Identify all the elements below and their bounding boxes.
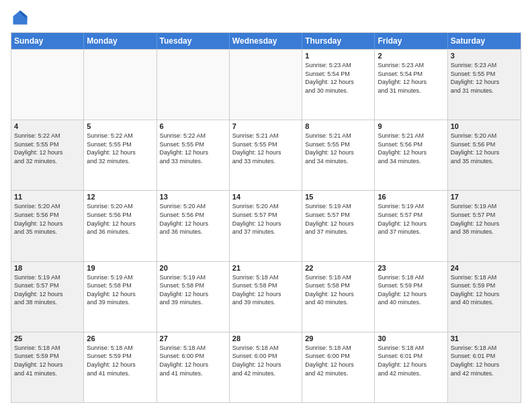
- calendar-cell: 2Sunrise: 5:23 AM Sunset: 5:54 PM Daylig…: [375, 50, 447, 120]
- calendar-header-cell: Sunday: [11, 33, 84, 49]
- cell-text: Sunrise: 5:18 AM Sunset: 6:00 PM Dayligh…: [232, 344, 299, 377]
- calendar-header-cell: Saturday: [448, 33, 521, 49]
- cell-text: Sunrise: 5:18 AM Sunset: 5:59 PM Dayligh…: [451, 273, 518, 307]
- calendar-cell: [84, 50, 157, 120]
- cell-text: Sunrise: 5:22 AM Sunset: 5:55 PM Dayligh…: [160, 132, 226, 165]
- day-number: 31: [451, 334, 518, 342]
- day-number: 14: [232, 193, 299, 201]
- calendar-cell: 15Sunrise: 5:19 AM Sunset: 5:57 PM Dayli…: [302, 191, 375, 261]
- cell-text: Sunrise: 5:20 AM Sunset: 5:56 PM Dayligh…: [14, 202, 81, 236]
- calendar-cell: 9Sunrise: 5:21 AM Sunset: 5:56 PM Daylig…: [375, 120, 447, 190]
- day-number: 28: [232, 334, 299, 342]
- day-number: 19: [87, 264, 153, 272]
- cell-text: Sunrise: 5:23 AM Sunset: 5:55 PM Dayligh…: [451, 61, 518, 95]
- calendar-cell: 3Sunrise: 5:23 AM Sunset: 5:55 PM Daylig…: [448, 50, 521, 120]
- calendar-cell: 24Sunrise: 5:18 AM Sunset: 5:59 PM Dayli…: [448, 262, 521, 332]
- cell-text: Sunrise: 5:20 AM Sunset: 5:56 PM Dayligh…: [87, 202, 153, 236]
- calendar-header-cell: Friday: [375, 33, 447, 49]
- calendar-cell: 14Sunrise: 5:20 AM Sunset: 5:57 PM Dayli…: [230, 191, 302, 261]
- day-number: 8: [305, 122, 371, 130]
- calendar: SundayMondayTuesdayWednesdayThursdayFrid…: [11, 32, 521, 403]
- calendar-cell: [11, 50, 84, 120]
- calendar-row: 25Sunrise: 5:18 AM Sunset: 5:59 PM Dayli…: [11, 332, 521, 402]
- day-number: 20: [160, 264, 226, 272]
- calendar-cell: 7Sunrise: 5:21 AM Sunset: 5:55 PM Daylig…: [230, 120, 302, 190]
- day-number: 22: [305, 264, 371, 272]
- cell-text: Sunrise: 5:18 AM Sunset: 6:01 PM Dayligh…: [378, 344, 444, 377]
- calendar-header-cell: Tuesday: [157, 33, 230, 49]
- cell-text: Sunrise: 5:21 AM Sunset: 5:55 PM Dayligh…: [232, 132, 299, 165]
- calendar-header-cell: Thursday: [302, 33, 375, 49]
- day-number: 18: [14, 264, 81, 272]
- calendar-cell: 17Sunrise: 5:19 AM Sunset: 5:57 PM Dayli…: [448, 191, 521, 261]
- cell-text: Sunrise: 5:19 AM Sunset: 5:57 PM Dayligh…: [451, 202, 518, 236]
- day-number: 2: [378, 52, 444, 60]
- day-number: 30: [378, 334, 444, 342]
- calendar-cell: 12Sunrise: 5:20 AM Sunset: 5:56 PM Dayli…: [84, 191, 157, 261]
- cell-text: Sunrise: 5:20 AM Sunset: 5:57 PM Dayligh…: [232, 202, 299, 236]
- calendar-cell: 26Sunrise: 5:18 AM Sunset: 5:59 PM Dayli…: [84, 332, 157, 402]
- calendar-cell: 1Sunrise: 5:23 AM Sunset: 5:54 PM Daylig…: [302, 50, 375, 120]
- cell-text: Sunrise: 5:18 AM Sunset: 6:00 PM Dayligh…: [160, 344, 226, 377]
- day-number: 9: [378, 122, 444, 130]
- calendar-row: 4Sunrise: 5:22 AM Sunset: 5:55 PM Daylig…: [11, 120, 521, 190]
- calendar-header-cell: Monday: [84, 33, 157, 49]
- cell-text: Sunrise: 5:18 AM Sunset: 5:59 PM Dayligh…: [14, 344, 81, 377]
- day-number: 4: [14, 122, 81, 130]
- day-number: 23: [378, 264, 444, 272]
- day-number: 13: [160, 193, 226, 201]
- cell-text: Sunrise: 5:18 AM Sunset: 6:01 PM Dayligh…: [451, 344, 518, 377]
- cell-text: Sunrise: 5:18 AM Sunset: 5:58 PM Dayligh…: [232, 273, 299, 307]
- calendar-cell: 11Sunrise: 5:20 AM Sunset: 5:56 PM Dayli…: [11, 191, 84, 261]
- day-number: 6: [160, 122, 226, 130]
- day-number: 11: [14, 193, 81, 201]
- day-number: 29: [305, 334, 371, 342]
- cell-text: Sunrise: 5:19 AM Sunset: 5:58 PM Dayligh…: [160, 273, 226, 307]
- cell-text: Sunrise: 5:23 AM Sunset: 5:54 PM Dayligh…: [305, 61, 371, 95]
- calendar-cell: 5Sunrise: 5:22 AM Sunset: 5:55 PM Daylig…: [84, 120, 157, 190]
- calendar-cell: [230, 50, 302, 120]
- cell-text: Sunrise: 5:19 AM Sunset: 5:57 PM Dayligh…: [378, 202, 444, 236]
- calendar-cell: [157, 50, 230, 120]
- calendar-cell: 13Sunrise: 5:20 AM Sunset: 5:56 PM Dayli…: [157, 191, 230, 261]
- calendar-cell: 31Sunrise: 5:18 AM Sunset: 6:01 PM Dayli…: [448, 332, 521, 402]
- cell-text: Sunrise: 5:23 AM Sunset: 5:54 PM Dayligh…: [378, 61, 444, 95]
- logo: [11, 8, 32, 27]
- day-number: 1: [305, 52, 371, 60]
- calendar-row: 11Sunrise: 5:20 AM Sunset: 5:56 PM Dayli…: [11, 190, 521, 261]
- cell-text: Sunrise: 5:19 AM Sunset: 5:57 PM Dayligh…: [305, 202, 371, 236]
- cell-text: Sunrise: 5:21 AM Sunset: 5:56 PM Dayligh…: [378, 132, 444, 165]
- cell-text: Sunrise: 5:22 AM Sunset: 5:55 PM Dayligh…: [14, 132, 81, 165]
- logo-icon: [11, 8, 30, 27]
- cell-text: Sunrise: 5:19 AM Sunset: 5:58 PM Dayligh…: [87, 273, 153, 307]
- day-number: 7: [232, 122, 299, 130]
- day-number: 21: [232, 264, 299, 272]
- calendar-cell: 27Sunrise: 5:18 AM Sunset: 6:00 PM Dayli…: [157, 332, 230, 402]
- page: SundayMondayTuesdayWednesdayThursdayFrid…: [0, 0, 532, 411]
- calendar-cell: 18Sunrise: 5:19 AM Sunset: 5:57 PM Dayli…: [11, 262, 84, 332]
- calendar-cell: 10Sunrise: 5:20 AM Sunset: 5:56 PM Dayli…: [448, 120, 521, 190]
- calendar-cell: 25Sunrise: 5:18 AM Sunset: 5:59 PM Dayli…: [11, 332, 84, 402]
- calendar-cell: 20Sunrise: 5:19 AM Sunset: 5:58 PM Dayli…: [157, 262, 230, 332]
- cell-text: Sunrise: 5:18 AM Sunset: 5:59 PM Dayligh…: [378, 273, 444, 307]
- calendar-header-cell: Wednesday: [230, 33, 302, 49]
- calendar-cell: 23Sunrise: 5:18 AM Sunset: 5:59 PM Dayli…: [375, 262, 447, 332]
- day-number: 5: [87, 122, 153, 130]
- calendar-cell: 8Sunrise: 5:21 AM Sunset: 5:55 PM Daylig…: [302, 120, 375, 190]
- day-number: 10: [451, 122, 518, 130]
- day-number: 27: [160, 334, 226, 342]
- day-number: 3: [451, 52, 518, 60]
- cell-text: Sunrise: 5:22 AM Sunset: 5:55 PM Dayligh…: [87, 132, 153, 165]
- day-number: 26: [87, 334, 153, 342]
- calendar-cell: 30Sunrise: 5:18 AM Sunset: 6:01 PM Dayli…: [375, 332, 447, 402]
- calendar-row: 18Sunrise: 5:19 AM Sunset: 5:57 PM Dayli…: [11, 261, 521, 332]
- cell-text: Sunrise: 5:20 AM Sunset: 5:56 PM Dayligh…: [160, 202, 226, 236]
- day-number: 16: [378, 193, 444, 201]
- day-number: 12: [87, 193, 153, 201]
- calendar-cell: 29Sunrise: 5:18 AM Sunset: 6:00 PM Dayli…: [302, 332, 375, 402]
- calendar-cell: 21Sunrise: 5:18 AM Sunset: 5:58 PM Dayli…: [230, 262, 302, 332]
- day-number: 24: [451, 264, 518, 272]
- day-number: 17: [451, 193, 518, 201]
- calendar-cell: 19Sunrise: 5:19 AM Sunset: 5:58 PM Dayli…: [84, 262, 157, 332]
- calendar-body: 1Sunrise: 5:23 AM Sunset: 5:54 PM Daylig…: [11, 49, 521, 402]
